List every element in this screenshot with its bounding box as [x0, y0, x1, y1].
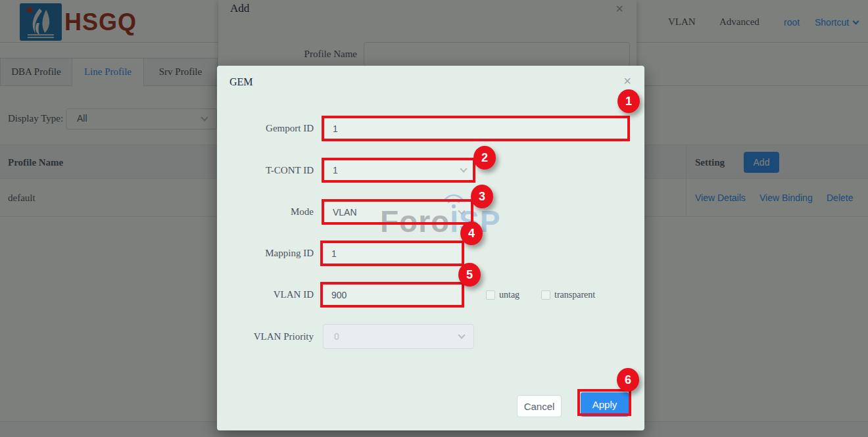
- vlan-priority-value: 0: [334, 331, 339, 342]
- transparent-checkbox[interactable]: [541, 290, 550, 300]
- apply-button[interactable]: Apply: [581, 392, 629, 417]
- vlan-id-input[interactable]: 900: [320, 282, 464, 308]
- untag-label: untag: [499, 286, 519, 304]
- vlan-priority-select: 0: [323, 324, 474, 349]
- gem-modal: GEM × Gemport ID 1 T-CONT ID 1 Mode VLAN…: [217, 66, 644, 430]
- gem-modal-title: GEM: [229, 76, 253, 88]
- mode-select[interactable]: VLAN: [322, 199, 473, 225]
- untag-checkbox[interactable]: [486, 290, 495, 300]
- tcont-id-label: T-CONT ID: [217, 158, 314, 183]
- mapping-id-input[interactable]: 1: [320, 241, 464, 266]
- chevron-down-icon: [458, 331, 465, 338]
- cancel-button[interactable]: Cancel: [517, 395, 562, 417]
- mode-label: Mode: [217, 199, 314, 225]
- gemport-id-input[interactable]: 1: [322, 116, 630, 141]
- app-root: HSGQ VLAN Advanced root Shortcut DBA Pro…: [0, 0, 868, 437]
- close-icon[interactable]: ×: [623, 74, 631, 89]
- vlan-priority-label: VLAN Priority: [217, 324, 314, 349]
- tcont-id-value: 1: [333, 165, 338, 175]
- tcont-id-select[interactable]: 1: [322, 158, 475, 183]
- chevron-down-icon: [460, 165, 467, 172]
- mode-value: VLAN: [333, 207, 357, 218]
- mapping-id-label: Mapping ID: [217, 241, 314, 266]
- transparent-label: transparent: [554, 286, 595, 304]
- gemport-id-label: Gemport ID: [217, 116, 314, 141]
- vlan-id-label: VLAN ID: [217, 282, 314, 308]
- chevron-down-icon: [458, 207, 465, 214]
